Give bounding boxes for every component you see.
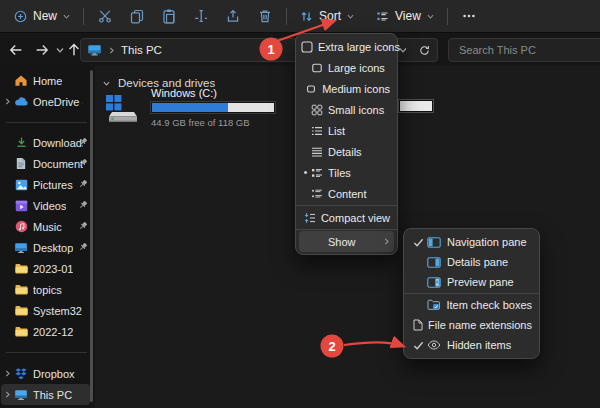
- view-button[interactable]: View: [368, 3, 442, 29]
- menu-item-show[interactable]: Show: [299, 231, 394, 252]
- folder-icon: [13, 283, 29, 296]
- content-icon: [310, 188, 323, 200]
- desktop-icon: [13, 242, 29, 254]
- delete-trash-icon: [257, 8, 273, 24]
- pin-icon: [78, 137, 88, 147]
- rename-button[interactable]: [185, 3, 217, 29]
- details-icon: [310, 146, 323, 158]
- this-pc-monitor-icon: [87, 43, 102, 57]
- onedrive-cloud-icon: [13, 96, 29, 107]
- search-input[interactable]: [449, 44, 589, 56]
- navigation-pane-icon: [426, 237, 442, 248]
- new-chevron-down-icon: [62, 13, 71, 20]
- paste-button[interactable]: [153, 3, 185, 29]
- drive-capacity-caption: 44.9 GB free of 118 GB: [151, 117, 275, 128]
- downloads-icon: [13, 136, 29, 149]
- sidebar-item-videos[interactable]: Videos: [1, 195, 90, 216]
- sort-chevron-down-icon: [346, 13, 355, 20]
- checkmark-icon: [411, 340, 426, 351]
- more-options-button[interactable]: [453, 3, 485, 29]
- pin-icon: [78, 242, 88, 252]
- delete-button[interactable]: [249, 3, 281, 29]
- expand-chevron-icon[interactable]: [3, 390, 12, 399]
- submenu-item-details-pane[interactable]: Details pane: [407, 252, 536, 272]
- compact-view-icon: [304, 212, 316, 224]
- copy-button[interactable]: [121, 3, 153, 29]
- menu-item-tiles[interactable]: • Tiles: [299, 162, 394, 183]
- drive-usage-fill: [152, 103, 228, 112]
- sort-button[interactable]: Sort: [292, 3, 362, 29]
- share-button[interactable]: [217, 3, 249, 29]
- medium-icons-icon: [305, 83, 317, 95]
- cut-button[interactable]: [89, 3, 121, 29]
- forward-arrow-icon: [34, 42, 50, 58]
- menu-item-content[interactable]: Content: [299, 183, 394, 204]
- details-pane-icon: [426, 257, 442, 268]
- submenu-item-hidden-items[interactable]: Hidden items: [407, 335, 536, 355]
- search-box[interactable]: [448, 38, 600, 62]
- preview-pane-icon: [426, 277, 442, 288]
- menu-item-extra-large-icons[interactable]: Extra large icons: [299, 36, 394, 57]
- sidebar-item-folder-2022-12[interactable]: 2022-12: [1, 321, 90, 342]
- breadcrumb-root[interactable]: This PC: [121, 44, 162, 56]
- sort-button-label: Sort: [319, 9, 341, 23]
- menu-item-large-icons[interactable]: Large icons: [299, 57, 394, 78]
- submenu-item-item-check-boxes[interactable]: Item check boxes: [407, 295, 536, 315]
- hidden-items-eye-icon: [426, 340, 442, 350]
- submenu-item-navigation-pane[interactable]: Navigation pane: [407, 232, 536, 252]
- ellipsis-icon: [461, 8, 477, 24]
- sidebar-item-dropbox[interactable]: Dropbox: [1, 363, 90, 384]
- submenu-chevron-right-icon: [383, 237, 390, 246]
- sidebar-item-music[interactable]: Music: [1, 216, 90, 237]
- forward-button[interactable]: [30, 38, 54, 62]
- sidebar-item-folder-system32[interactable]: System32: [1, 300, 90, 321]
- command-bar: New Sort: [0, 0, 600, 33]
- menu-item-compact-view[interactable]: Compact view: [299, 207, 394, 228]
- menu-item-details[interactable]: Details: [299, 141, 394, 162]
- menu-item-medium-icons[interactable]: Medium icons: [299, 78, 394, 99]
- folder-icon: [13, 304, 29, 317]
- new-button[interactable]: New: [6, 3, 78, 29]
- home-icon: [13, 74, 29, 87]
- sidebar-item-pictures[interactable]: Pictures: [1, 174, 90, 195]
- sidebar-item-downloads[interactable]: Downloads: [1, 132, 90, 153]
- menu-separator: [296, 205, 397, 206]
- new-plus-circle-icon: [13, 9, 28, 24]
- menu-item-list[interactable]: List: [299, 120, 394, 141]
- sidebar-item-home[interactable]: Home: [1, 70, 90, 91]
- hard-drive-icon: [105, 94, 139, 124]
- expand-chevron-icon[interactable]: [3, 369, 12, 378]
- extra-large-icons-icon: [301, 41, 313, 53]
- pin-icon: [78, 200, 88, 210]
- sidebar-item-folder-topics[interactable]: topics: [1, 279, 90, 300]
- second-drive-usage-bar-partial: [399, 100, 433, 112]
- toolbar-separator: [286, 8, 287, 25]
- sidebar-item-documents[interactable]: Documents: [1, 153, 90, 174]
- breadcrumb-chevron-icon: [108, 46, 115, 55]
- section-collapse-chevron-icon[interactable]: [102, 80, 111, 87]
- paste-clipboard-icon: [161, 8, 177, 24]
- sidebar-item-folder-2023-01[interactable]: 2023-01: [1, 258, 90, 279]
- navigation-pane: Home OneDrive - Pers Downloads: [0, 66, 95, 408]
- menu-separator: [296, 229, 397, 230]
- pin-icon: [78, 179, 88, 189]
- selected-bullet: •: [301, 162, 310, 183]
- sort-arrows-icon: [299, 9, 314, 24]
- show-submenu: Navigation pane Details pane Preview pan…: [403, 228, 540, 359]
- sidebar-item-onedrive[interactable]: OneDrive - Pers: [1, 91, 90, 112]
- expand-chevron-icon[interactable]: [3, 97, 12, 106]
- menu-item-small-icons[interactable]: Small icons: [299, 99, 394, 120]
- sidebar-scrollbar[interactable]: [90, 70, 93, 402]
- sidebar-item-this-pc[interactable]: This PC: [1, 384, 90, 405]
- sidebar-item-desktop[interactable]: Desktop: [1, 237, 90, 258]
- new-button-label: New: [33, 9, 57, 23]
- sidebar-separator: [0, 342, 95, 363]
- refresh-icon[interactable]: [418, 44, 431, 57]
- back-button[interactable]: [4, 38, 28, 62]
- view-dropdown-menu: Extra large icons Large icons Medium ico…: [295, 33, 398, 255]
- submenu-item-file-name-extensions[interactable]: File name extensions: [407, 315, 536, 335]
- dropbox-icon: [13, 367, 29, 380]
- tiles-icon: [310, 167, 323, 179]
- submenu-item-preview-pane[interactable]: Preview pane: [407, 272, 536, 292]
- view-chevron-down-icon: [426, 13, 435, 20]
